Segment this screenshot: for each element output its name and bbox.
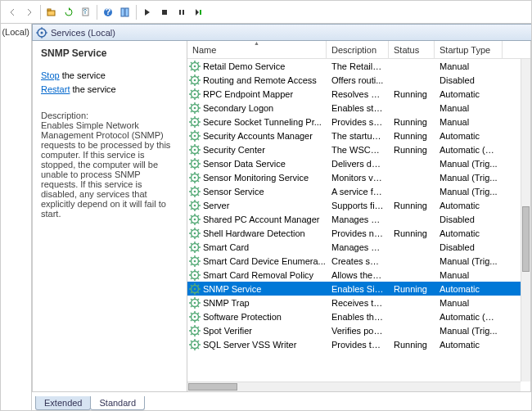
service-row[interactable]: Sensor Data ServiceDelivers dat...Manual… <box>187 156 530 170</box>
stop-icon[interactable] <box>156 4 173 20</box>
gear-icon <box>189 186 201 197</box>
service-startup: Automatic <box>435 89 503 99</box>
svg-line-21 <box>191 69 192 70</box>
tab-extended[interactable]: Extended <box>35 396 91 410</box>
tree-root-label[interactable]: (Local) <box>2 27 29 37</box>
service-status: Running <box>389 145 435 155</box>
service-desc: The startup ... <box>327 131 389 141</box>
service-row[interactable]: Spot VerifierVerifies pote...Manual (Tri… <box>187 323 530 337</box>
service-row[interactable]: Sensor Monitoring ServiceMonitors va...M… <box>187 170 530 184</box>
svg-line-62 <box>197 118 199 120</box>
up-icon[interactable] <box>43 4 60 20</box>
service-name: RPC Endpoint Mapper <box>203 89 293 99</box>
svg-rect-7 <box>162 10 167 15</box>
col-header-name[interactable]: Name▲ <box>187 41 327 58</box>
service-row[interactable]: Shell Hardware DetectionProvides no...Ru… <box>187 226 530 240</box>
svg-line-101 <box>191 180 192 182</box>
service-desc: Enables the ... <box>327 312 389 322</box>
col-header-startup[interactable]: Startup Type <box>435 41 503 58</box>
service-name: SNMP Service <box>203 284 261 294</box>
service-row[interactable]: RPC Endpoint MapperResolves RP...Running… <box>187 87 530 101</box>
service-row[interactable]: Secure Socket Tunneling Pr...Provides su… <box>187 115 530 129</box>
scrollbar-vertical[interactable] <box>521 59 530 382</box>
col-header-description[interactable]: Description <box>327 41 389 58</box>
service-startup: Manual (Trig... <box>435 159 503 169</box>
restart-icon[interactable] <box>191 4 207 20</box>
service-row[interactable]: Smart Card Removal PolicyAllows the s...… <box>187 268 530 282</box>
svg-line-40 <box>197 97 199 98</box>
gear-icon <box>189 214 201 225</box>
play-icon[interactable] <box>139 4 156 20</box>
svg-point-14 <box>194 65 196 67</box>
gear-icon <box>189 61 201 72</box>
service-row[interactable]: Security Accounts ManagerThe startup ...… <box>187 129 530 142</box>
svg-point-194 <box>194 315 196 318</box>
svg-line-20 <box>197 69 199 70</box>
back-icon[interactable] <box>4 4 20 20</box>
restart-link[interactable]: Restart <box>41 84 70 94</box>
service-row[interactable]: SNMP TrapReceives tra...Manual <box>187 296 530 309</box>
svg-line-31 <box>191 83 192 84</box>
service-desc: Delivers dat... <box>327 159 389 169</box>
svg-line-82 <box>197 146 199 147</box>
export-icon[interactable] <box>78 4 94 20</box>
service-desc: Allows the s... <box>327 270 389 280</box>
forward-icon[interactable] <box>21 4 38 20</box>
gear-icon <box>189 200 201 211</box>
columns-icon[interactable] <box>117 4 133 20</box>
service-status: Running <box>389 228 435 238</box>
service-row[interactable]: Security CenterThe WSCSV...RunningAutoma… <box>187 142 530 156</box>
service-name: SQL Server VSS Writer <box>203 340 296 350</box>
service-row[interactable]: Software ProtectionEnables the ...Automa… <box>187 309 530 323</box>
tree-pane: (Local) <box>1 24 32 410</box>
service-row[interactable]: Retail Demo ServiceThe Retail D...Manual <box>187 59 530 73</box>
svg-line-181 <box>191 291 192 293</box>
svg-point-24 <box>194 79 196 81</box>
svg-point-204 <box>194 329 196 332</box>
service-row[interactable]: ServerSupports fil...RunningAutomatic <box>187 198 530 212</box>
service-name: Software Protection <box>203 312 282 322</box>
gear-icon <box>189 88 201 100</box>
gear-icon <box>189 228 201 239</box>
gear-icon <box>189 172 201 183</box>
service-row[interactable]: Secondary LogonEnables star...Manual <box>187 101 530 115</box>
service-startup: Disabled <box>435 215 503 224</box>
service-name: Smart Card Removal Policy <box>203 270 313 280</box>
svg-line-199 <box>191 313 192 314</box>
grid-body: Retail Demo ServiceThe Retail D...Manual… <box>187 59 530 391</box>
svg-line-99 <box>191 174 192 175</box>
service-desc: The WSCSV... <box>327 145 389 155</box>
svg-point-94 <box>194 176 196 178</box>
service-row[interactable]: Smart CardManages ac...Disabled <box>187 240 530 254</box>
help-icon[interactable]: ? <box>100 4 116 20</box>
svg-line-201 <box>191 319 192 321</box>
stop-link[interactable]: Stop <box>41 70 60 80</box>
svg-rect-6 <box>125 8 128 16</box>
service-row[interactable]: Routing and Remote AccessOffers routi...… <box>187 73 530 87</box>
service-row[interactable]: SNMP ServiceEnables Sim...RunningAutomat… <box>187 282 530 296</box>
service-name: Sensor Data Service <box>203 159 286 169</box>
svg-line-59 <box>191 118 192 120</box>
col-header-status[interactable]: Status <box>389 41 435 58</box>
svg-line-209 <box>191 327 192 328</box>
refresh-icon[interactable] <box>61 4 77 20</box>
gear-icon <box>189 130 201 142</box>
svg-line-119 <box>191 201 192 203</box>
grid-header: Name▲ Description Status Startup Type <box>187 41 530 59</box>
service-name: Secure Socket Tunneling Pr... <box>203 117 322 127</box>
tab-standard[interactable]: Standard <box>90 396 145 410</box>
pause-icon[interactable] <box>174 4 190 20</box>
svg-line-90 <box>197 166 199 168</box>
svg-line-32 <box>197 76 199 78</box>
svg-line-120 <box>197 208 199 210</box>
scroll-thumb-vertical[interactable] <box>522 206 530 272</box>
scroll-thumb-horizontal[interactable] <box>188 383 237 391</box>
service-row[interactable]: SQL Server VSS WriterProvides th...Runni… <box>187 337 530 351</box>
scrollbar-horizontal[interactable] <box>187 382 521 391</box>
service-row[interactable]: Shared PC Account ManagerManages pr...Di… <box>187 212 530 226</box>
service-row[interactable]: Sensor ServiceA service fo...Manual (Tri… <box>187 184 530 198</box>
service-name: Retail Demo Service <box>203 61 285 71</box>
svg-line-200 <box>197 319 199 321</box>
service-name: Secondary Logon <box>203 103 273 113</box>
service-row[interactable]: Smart Card Device Enumera...Creates soft… <box>187 254 530 268</box>
